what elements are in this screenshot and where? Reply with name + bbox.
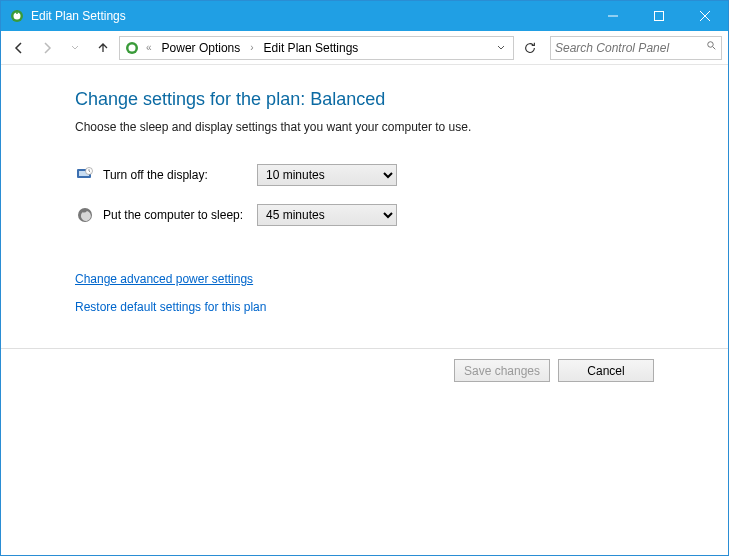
save-button: Save changes: [454, 359, 550, 382]
label-turn-off-display: Turn off the display:: [103, 168, 257, 182]
refresh-button[interactable]: [518, 36, 542, 60]
close-button[interactable]: [682, 1, 728, 31]
power-options-icon: [9, 8, 25, 24]
svg-rect-2: [655, 12, 664, 21]
maximize-button[interactable]: [636, 1, 682, 31]
footer: Save changes Cancel: [1, 348, 728, 392]
breadcrumb-seg-power-options[interactable]: Power Options: [158, 37, 245, 59]
chevron-right-icon: ›: [248, 42, 255, 53]
back-button[interactable]: [7, 36, 31, 60]
select-sleep[interactable]: 45 minutes: [257, 204, 397, 226]
cancel-button[interactable]: Cancel: [558, 359, 654, 382]
display-icon: [75, 165, 95, 185]
toolbar: « Power Options › Edit Plan Settings: [1, 31, 728, 65]
titlebar: Edit Plan Settings: [1, 1, 728, 31]
row-turn-off-display: Turn off the display: 10 minutes: [75, 164, 728, 186]
select-turn-off-display[interactable]: 10 minutes: [257, 164, 397, 186]
content: Change settings for the plan: Balanced C…: [1, 65, 728, 555]
row-sleep: Put the computer to sleep: 45 minutes: [75, 204, 728, 226]
sleep-icon: [75, 205, 95, 225]
search-box[interactable]: [550, 36, 722, 60]
up-button[interactable]: [91, 36, 115, 60]
page-subdesc: Choose the sleep and display settings th…: [75, 120, 728, 134]
page-heading: Change settings for the plan: Balanced: [75, 89, 728, 110]
power-options-icon: [124, 40, 140, 56]
breadcrumb-seg-edit-plan[interactable]: Edit Plan Settings: [260, 37, 363, 59]
search-input[interactable]: [555, 41, 706, 55]
forward-button[interactable]: [35, 36, 59, 60]
search-icon[interactable]: [706, 40, 717, 56]
breadcrumb-prefix: «: [144, 42, 154, 53]
breadcrumb[interactable]: « Power Options › Edit Plan Settings: [119, 36, 514, 60]
breadcrumb-dropdown[interactable]: [493, 37, 509, 59]
link-restore-defaults[interactable]: Restore default settings for this plan: [75, 300, 266, 314]
label-sleep: Put the computer to sleep:: [103, 208, 257, 222]
window-title: Edit Plan Settings: [31, 9, 126, 23]
minimize-button[interactable]: [590, 1, 636, 31]
svg-point-5: [708, 41, 714, 47]
link-advanced-settings[interactable]: Change advanced power settings: [75, 272, 253, 286]
svg-point-4: [129, 44, 136, 51]
recent-locations-dropdown[interactable]: [63, 36, 87, 60]
